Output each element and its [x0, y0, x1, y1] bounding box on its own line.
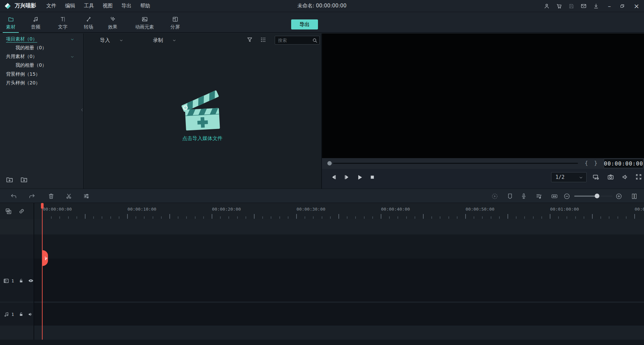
slider-handle[interactable]	[595, 194, 599, 198]
tab-elements[interactable]: 动画元素	[130, 12, 159, 32]
search-icon[interactable]	[312, 37, 318, 44]
audio-track-lane[interactable]	[0, 303, 644, 326]
sidebar-item-my-album-2[interactable]: 我的相册（0）	[15, 62, 47, 68]
marker-icon[interactable]	[506, 193, 514, 200]
main-content: 项目素材（0） 我的相册（0） 共用素材（0） 我的相册（0） 背景样例（15）…	[0, 33, 644, 189]
menu-edit[interactable]: 编辑	[65, 3, 75, 9]
preview-video-area[interactable]	[322, 33, 644, 158]
zoom-out-icon[interactable]	[563, 193, 571, 200]
search-input[interactable]	[275, 36, 311, 44]
new-folder-icon[interactable]	[5, 176, 14, 184]
mail-icon[interactable]	[580, 3, 587, 9]
active-tab-underline	[3, 32, 19, 33]
filmora-app: 万兴喵影 文件 编辑 工具 视图 导出 帮助 未命名: 00:00:00:00 …	[0, 0, 644, 345]
link-icon[interactable]	[18, 207, 25, 215]
tab-splitscreen[interactable]: 分屏	[165, 12, 185, 32]
mark-in-button[interactable]: {	[585, 160, 588, 166]
tab-media-label: 素材	[6, 24, 15, 29]
adjust-icon[interactable]	[83, 193, 90, 200]
snapshot-icon[interactable]	[607, 173, 614, 181]
menu-file[interactable]: 文件	[46, 3, 56, 9]
track-volume-icon[interactable]	[28, 311, 34, 318]
current-timecode: 00:00:00:00	[604, 159, 643, 168]
record-dropdown[interactable]: 录制	[153, 36, 177, 45]
cart-icon[interactable]	[556, 3, 562, 9]
media-tab-icon	[7, 16, 14, 23]
audio-mixer-icon[interactable]	[535, 193, 543, 200]
filter-icon[interactable]	[246, 36, 253, 43]
menu-tools[interactable]: 工具	[84, 3, 94, 9]
sidebar-item-background-samples[interactable]: 背景样例（15）	[6, 71, 40, 77]
library-sidebar: 项目素材（0） 我的相册（0） 共用素材（0） 我的相册（0） 背景样例（15）…	[0, 33, 84, 189]
download-icon[interactable]	[593, 3, 599, 9]
delete-folder-icon[interactable]	[20, 176, 28, 184]
save-icon[interactable]	[568, 3, 575, 9]
menu-view[interactable]: 视图	[103, 3, 113, 9]
volume-icon[interactable]	[622, 173, 629, 181]
timeline-hscrollbar[interactable]	[0, 340, 644, 345]
step-back-icon[interactable]	[330, 174, 337, 181]
sidebar-item-project-media[interactable]: 项目素材（0）	[6, 36, 37, 42]
mark-out-button[interactable]: }	[594, 160, 597, 166]
sidebar-item-shared-media[interactable]: 共用素材（0）	[6, 54, 37, 60]
fullscreen-icon[interactable]	[635, 173, 642, 181]
seek-bar[interactable]	[333, 163, 578, 164]
video-track-header: 1	[0, 277, 34, 285]
import-dropdown[interactable]: 导入	[100, 36, 124, 45]
grid-view-icon[interactable]	[260, 36, 267, 43]
menu-help[interactable]: 帮助	[140, 3, 150, 9]
tab-audio[interactable]: 音频	[25, 12, 46, 32]
stop-icon[interactable]	[369, 174, 376, 181]
collapse-sidebar-icon[interactable]	[80, 107, 85, 113]
timeline-toolbar	[0, 189, 644, 203]
tab-transitions-label: 转场	[84, 24, 93, 29]
render-preview-icon[interactable]	[491, 193, 498, 200]
sidebar-item-my-album-1[interactable]: 我的相册（0）	[15, 45, 47, 51]
tab-text[interactable]: 文字	[53, 12, 73, 32]
playback-controls: 1/2	[322, 169, 644, 189]
redo-icon[interactable]	[29, 193, 36, 200]
tab-media[interactable]: 素材	[1, 12, 21, 32]
video-track-lane[interactable]	[0, 259, 644, 301]
record-voiceover-icon[interactable]	[520, 193, 527, 200]
timeline-zoom-slider[interactable]	[574, 196, 612, 197]
tab-transitions[interactable]: 转场	[78, 12, 99, 32]
menu-export[interactable]: 导出	[121, 3, 131, 9]
playhead-line[interactable]	[42, 203, 43, 340]
undo-icon[interactable]	[10, 193, 17, 200]
delete-icon[interactable]	[48, 193, 55, 200]
export-button[interactable]: 导出	[291, 19, 318, 29]
panel-layout-icon[interactable]	[631, 193, 638, 200]
lock-icon[interactable]	[18, 278, 24, 284]
playhead-head[interactable]	[41, 203, 44, 209]
play-icon[interactable]	[356, 174, 364, 181]
chevron-down-icon[interactable]	[70, 54, 75, 59]
title-bar: 万兴喵影 文件 编辑 工具 视图 导出 帮助 未命名: 00:00:00:00 …	[0, 0, 644, 12]
chevron-down-icon	[172, 38, 177, 43]
fit-timeline-icon[interactable]	[551, 193, 558, 200]
ruler-label: 00:00:20:00	[212, 207, 241, 212]
account-icon[interactable]	[543, 3, 550, 9]
chevron-down-icon[interactable]	[70, 37, 75, 42]
zoom-in-icon[interactable]	[615, 193, 623, 200]
overlay-track-lane[interactable]	[0, 234, 644, 259]
sidebar-item-intro-samples[interactable]: 片头样例（20）	[6, 80, 40, 86]
display-settings-icon[interactable]	[592, 173, 600, 181]
close-button[interactable]: ×	[634, 3, 639, 9]
timeline-ruler[interactable]: 00:00:00:00 00:00:10:00 00:00:20:00 00:0…	[34, 203, 644, 219]
tab-effects[interactable]: 效果	[103, 12, 123, 32]
add-track-icon[interactable]	[4, 207, 12, 215]
seek-handle[interactable]	[327, 161, 332, 165]
split-clip-icon[interactable]	[65, 193, 72, 200]
header-gap	[0, 219, 34, 234]
ruler-label: 00:01:00:00	[550, 207, 579, 212]
lock-icon[interactable]	[18, 311, 24, 317]
import-media-dropzone[interactable]: 点击导入媒体文件	[177, 90, 228, 142]
step-forward-icon[interactable]	[343, 174, 351, 181]
timeline-area: 00:00:00:00 00:00:10:00 00:00:20:00 00:0…	[0, 203, 644, 345]
preview-scale-dropdown[interactable]: 1/2	[551, 172, 587, 182]
minimize-button[interactable]: –	[608, 3, 611, 9]
restore-icon[interactable]	[619, 3, 625, 9]
eye-icon[interactable]	[28, 277, 34, 284]
import-label: 导入	[100, 37, 110, 44]
